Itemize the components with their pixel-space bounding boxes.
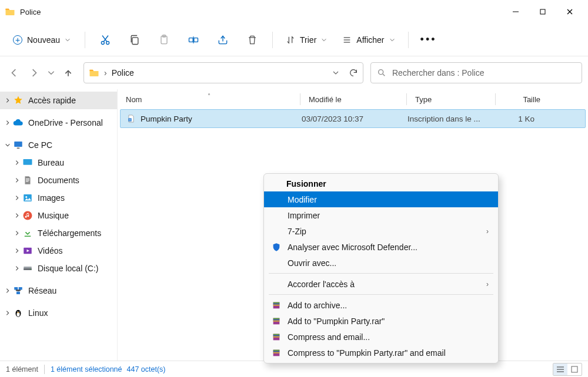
close-button[interactable] — [556, 2, 583, 22]
view-large-icons-button[interactable] — [567, 363, 582, 375]
sort-indicator-icon: ˄ — [208, 93, 211, 99]
search-input[interactable]: Rechercher dans : Police — [370, 62, 582, 83]
svg-point-5 — [106, 41, 109, 44]
chevron-right-icon[interactable] — [12, 265, 22, 271]
folder-icon — [89, 68, 99, 78]
address-bar[interactable]: › Police — [83, 62, 363, 83]
sidebar-item-label: Musique — [38, 211, 69, 220]
share-button[interactable] — [210, 29, 236, 51]
image-icon — [22, 193, 33, 203]
chevron-right-icon[interactable] — [2, 310, 13, 316]
sidebar-item-music[interactable]: Musique — [0, 207, 117, 224]
back-button[interactable] — [6, 64, 22, 82]
chevron-right-icon[interactable] — [12, 177, 22, 183]
maximize-button[interactable] — [529, 2, 556, 22]
column-headers: Nom ˄ Modifié le Type Taille — [118, 89, 588, 109]
paste-button[interactable] — [151, 29, 177, 51]
sidebar-item-onedrive[interactable]: OneDrive - Personal — [0, 114, 117, 132]
delete-button[interactable] — [239, 29, 265, 51]
minimize-button[interactable] — [502, 2, 529, 22]
status-item-count: 1 élément — [6, 365, 38, 373]
file-row[interactable]: Pumpkin Party 03/07/2023 10:37 Inscripti… — [120, 109, 586, 128]
sidebar-item-quick-access[interactable]: Accès rapide — [0, 92, 117, 109]
sidebar-item-label: Documents — [38, 176, 79, 185]
chevron-right-icon: › — [486, 280, 489, 288]
svg-rect-54 — [273, 320, 280, 321]
music-icon — [22, 210, 33, 221]
menu-item-grant-access[interactable]: Accorder l'accès à › — [264, 276, 498, 292]
title-bar: Police — [0, 0, 588, 23]
sidebar-item-network[interactable]: Réseau — [0, 282, 117, 299]
menu-header: Fusionner — [264, 176, 498, 191]
menu-item-add-rar[interactable]: Add to "Pumpkin Party.rar" — [264, 313, 498, 329]
recent-button[interactable] — [46, 64, 56, 82]
sidebar-item-documents[interactable]: Documents — [0, 171, 117, 189]
chevron-down-icon[interactable] — [2, 142, 13, 148]
column-header-size[interactable]: Taille — [496, 95, 549, 104]
sidebar-item-label: Réseau — [28, 286, 56, 295]
menu-item-compress-rar-email[interactable]: Compress to "Pumpkin Party.rar" and emai… — [264, 345, 498, 361]
up-button[interactable] — [60, 64, 76, 82]
svg-rect-26 — [26, 181, 29, 182]
svg-rect-44 — [130, 119, 131, 120]
new-button-label: Nouveau — [27, 35, 60, 45]
archive-icon — [272, 348, 281, 358]
svg-rect-61 — [273, 351, 280, 352]
menu-item-add-archive[interactable]: Add to archive... — [264, 297, 498, 313]
address-segment[interactable]: Police — [112, 68, 134, 78]
svg-rect-25 — [26, 180, 29, 180]
sidebar-item-this-pc[interactable]: Ce PC — [0, 136, 117, 154]
copy-button[interactable] — [122, 29, 148, 51]
column-header-type[interactable]: Type — [407, 95, 495, 104]
chevron-down-icon[interactable] — [332, 69, 339, 76]
svg-point-4 — [101, 41, 104, 44]
penguin-icon — [13, 308, 24, 318]
chevron-right-icon[interactable] — [12, 195, 22, 201]
sidebar-item-images[interactable]: Images — [0, 189, 117, 207]
rename-button[interactable] — [181, 29, 206, 51]
menu-item-defender[interactable]: Analyser avec Microsoft Defender... — [264, 239, 498, 255]
search-placeholder: Rechercher dans : Police — [392, 68, 484, 78]
drive-icon — [22, 263, 33, 274]
chevron-down-icon — [321, 37, 327, 43]
sidebar-item-linux[interactable]: Linux — [0, 304, 117, 322]
sidebar-item-disk-c[interactable]: Disque local (C:) — [0, 260, 117, 277]
forward-button[interactable] — [26, 64, 42, 82]
svg-rect-66 — [572, 366, 577, 372]
chevron-right-icon[interactable] — [12, 213, 22, 218]
sidebar-item-label: Vidéos — [38, 246, 63, 255]
archive-icon — [272, 317, 281, 326]
new-button[interactable]: + Nouveau — [6, 32, 78, 48]
sort-button[interactable]: Trier — [280, 32, 333, 48]
svg-point-41 — [19, 311, 20, 312]
view-button[interactable]: Afficher — [336, 32, 400, 48]
column-header-name[interactable]: Nom ˄ — [118, 95, 300, 104]
menu-item-open-with[interactable]: Ouvrir avec... — [264, 255, 498, 271]
document-icon — [22, 175, 33, 186]
menu-item-print[interactable]: Imprimer — [264, 207, 498, 223]
sidebar-item-videos[interactable]: Vidéos — [0, 242, 117, 260]
svg-rect-21 — [14, 142, 22, 147]
file-type: Inscription dans le ... — [407, 115, 496, 123]
menu-item-7zip[interactable]: 7-Zip › — [264, 223, 498, 239]
sort-button-label: Trier — [300, 35, 316, 45]
svg-rect-36 — [19, 287, 22, 290]
view-details-button[interactable] — [553, 363, 567, 375]
column-header-modified[interactable]: Modifié le — [300, 95, 406, 104]
chevron-right-icon[interactable] — [2, 120, 13, 126]
sidebar-item-label: OneDrive - Personal — [28, 118, 103, 127]
sidebar-item-label: Disque local (C:) — [38, 264, 98, 273]
cut-button[interactable] — [92, 29, 118, 51]
more-button[interactable]: ••• — [416, 29, 442, 51]
chevron-right-icon[interactable] — [2, 288, 13, 294]
sidebar-item-downloads[interactable]: Téléchargements — [0, 224, 117, 242]
search-icon — [377, 68, 386, 78]
chevron-right-icon[interactable] — [12, 248, 22, 254]
menu-item-compress-email[interactable]: Compress and email... — [264, 329, 498, 345]
chevron-right-icon[interactable] — [2, 97, 13, 103]
sidebar-item-desktop[interactable]: Bureau — [0, 154, 117, 171]
chevron-right-icon[interactable] — [12, 160, 22, 166]
chevron-right-icon[interactable] — [12, 230, 22, 236]
refresh-button[interactable] — [349, 68, 358, 78]
menu-item-modify[interactable]: Modifier — [264, 191, 498, 207]
